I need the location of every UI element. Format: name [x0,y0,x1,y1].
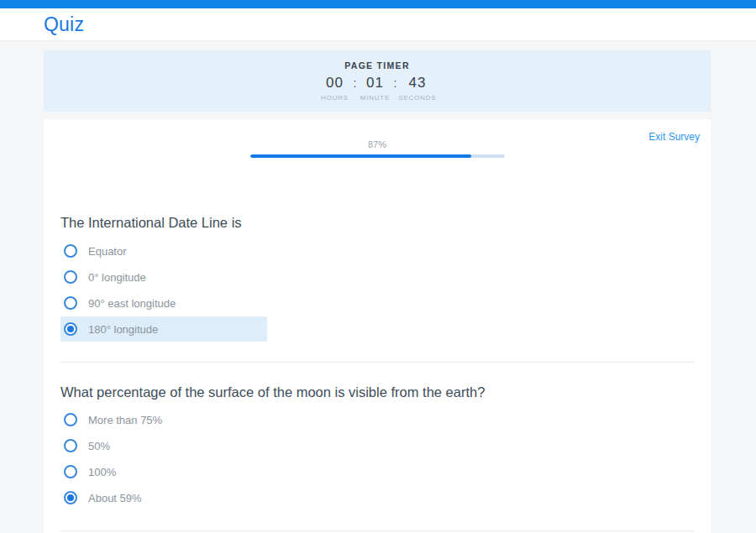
timer-seconds-col: 43 SECONDS [398,75,436,102]
option-equator[interactable]: Equator [60,238,267,264]
timer-seconds-value: 43 [408,75,426,91]
page-timer-panel: PAGE TIMER 00 HOURS : 01 MINUTE : 43 SEC… [44,50,711,112]
options-list: Equator 0° longitude 90° east longitude … [60,238,694,342]
bottom-divider [60,530,694,531]
timer-separator: : [354,75,357,91]
question-divider [60,362,694,363]
radio-icon[interactable] [64,439,77,452]
option-90-east-longitude[interactable]: 90° east longitude [60,290,267,316]
progress-fill [250,154,472,158]
timer-minutes-value: 01 [366,75,384,91]
exit-survey-link[interactable]: Exit Survey [648,131,700,143]
option-100[interactable]: 100% [60,459,267,484]
radio-icon[interactable] [64,244,77,258]
option-label: Equator [88,245,127,258]
option-label: 0° longitude [88,271,146,284]
question-block: The International Date Line is Equator 0… [60,215,694,342]
radio-icon[interactable] [64,270,77,284]
option-more-than-75[interactable]: More than 75% [60,407,267,432]
timer-hours-col: 00 HOURS [318,75,352,102]
option-label: 180° longitude [88,323,158,336]
option-label: More than 75% [88,414,162,426]
survey-card: Exit Survey 87% The International Date L… [44,119,711,533]
question-text: What percentage of the surface of the mo… [60,384,694,400]
survey-progress: 87% [250,119,505,158]
timer-title: PAGE TIMER [344,60,410,71]
page-content: PAGE TIMER 00 HOURS : 01 MINUTE : 43 SEC… [44,50,711,533]
timer-hours-label: HOURS [321,94,349,102]
timer-seconds-label: SECONDS [398,94,436,102]
question-block: What percentage of the surface of the mo… [60,384,694,510]
page-title: Quiz [44,13,84,36]
option-label: About 59% [88,492,142,504]
radio-icon[interactable] [64,296,77,310]
timer-hours-value: 00 [326,75,344,91]
progress-percent-label: 87% [250,139,505,149]
question-text: The International Date Line is [60,215,694,231]
option-label: 90° east longitude [88,297,176,310]
radio-icon[interactable] [64,465,77,478]
progress-bar-track [250,154,505,158]
radio-checked-icon[interactable] [64,491,77,504]
radio-icon[interactable] [64,413,77,426]
option-50[interactable]: 50% [60,433,267,458]
radio-checked-icon[interactable] [64,322,77,336]
timer-minutes-label: MINUTE [360,94,390,102]
top-accent-bar [0,0,756,8]
timer-minutes-col: 01 MINUTE [358,75,391,102]
timer-separator: : [393,75,396,91]
options-list: More than 75% 50% 100% About 59% [60,407,694,510]
option-label: 100% [88,466,116,478]
option-about-59[interactable]: About 59% [60,485,267,510]
app-header: Quiz [0,8,756,41]
option-180-longitude[interactable]: 180° longitude [60,316,267,342]
option-0-longitude[interactable]: 0° longitude [60,264,267,290]
option-label: 50% [88,440,110,452]
timer-readout: 00 HOURS : 01 MINUTE : 43 SECONDS [318,75,437,102]
